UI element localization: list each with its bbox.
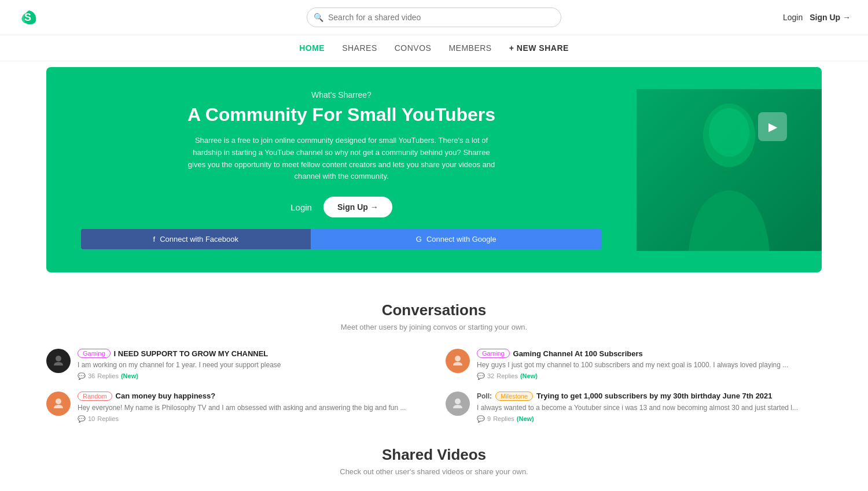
logo-area: S — [17, 6, 41, 29]
signup-button-header[interactable]: Sign Up → — [810, 13, 851, 22]
convo-replies: 💬 32 Replies (New) — [477, 372, 788, 380]
chat-icon: 💬 — [78, 415, 86, 423]
convo-preview: Hey guys I just got my channel to 100 su… — [477, 360, 788, 370]
hero-actions: Login Sign Up → — [81, 197, 602, 217]
conversations-section: Conversations Meet other users by joinin… — [0, 278, 868, 446]
svg-point-3 — [709, 108, 749, 157]
hero-social-buttons: f Connect with Facebook G Connect with G… — [81, 229, 602, 249]
conversations-subtitle: Meet other users by joining convos or st… — [46, 323, 822, 331]
convo-title: Random Can money buy happiness? — [78, 392, 406, 401]
nav-item-home[interactable]: HOME — [299, 43, 325, 53]
nav-item-members[interactable]: MEMBERS — [448, 43, 491, 53]
convo-item: Gaming Gaming Channel At 100 Subscribers… — [446, 349, 822, 380]
header-auth: Login Sign Up → — [783, 13, 851, 22]
convo-replies: 💬 10 Replies — [78, 415, 406, 423]
convo-item: Poll: Milestone Trying to get 1,000 subs… — [446, 392, 822, 423]
convo-preview: I always wanted to a become a Youtuber s… — [477, 403, 798, 413]
hero-play-button[interactable]: ▶ — [758, 112, 787, 141]
logo-icon: S — [17, 6, 41, 29]
hero-signup-button[interactable]: Sign Up → — [323, 197, 392, 217]
main-nav: HOME SHARES CONVOS MEMBERS + NEW SHARE — [0, 35, 868, 61]
convo-tag: Gaming — [477, 349, 510, 358]
search-bar-container: 🔍 — [307, 8, 561, 27]
convo-tag: Gaming — [78, 349, 111, 358]
new-badge: (New) — [520, 372, 538, 379]
login-link[interactable]: Login — [783, 13, 803, 22]
hero-image: ▶ — [637, 89, 822, 251]
hero-person-image — [637, 89, 822, 251]
hero-content: What's Sharree? A Community For Small Yo… — [46, 67, 637, 272]
conversations-grid: Gaming I NEED SUPPORT TO GROW MY CHANNEL… — [46, 349, 822, 423]
svg-point-7 — [455, 398, 461, 404]
convo-body: Gaming I NEED SUPPORT TO GROW MY CHANNEL… — [78, 349, 281, 380]
convo-item: Random Can money buy happiness? Hey ever… — [46, 392, 422, 423]
nav-item-convos[interactable]: CONVOS — [395, 43, 432, 53]
svg-text:S: S — [24, 12, 31, 23]
svg-point-4 — [56, 356, 61, 361]
google-connect-button[interactable]: G Connect with Google — [311, 229, 602, 249]
convo-body: Poll: Milestone Trying to get 1,000 subs… — [477, 392, 798, 423]
convo-title: Gaming I NEED SUPPORT TO GROW MY CHANNEL — [78, 349, 281, 358]
facebook-connect-button[interactable]: f Connect with Facebook — [81, 229, 311, 249]
svg-point-5 — [455, 356, 461, 361]
user-icon — [451, 354, 465, 368]
chat-icon: 💬 — [477, 372, 485, 380]
avatar — [446, 349, 470, 373]
convo-tag: Random — [78, 392, 112, 401]
hero-login-link[interactable]: Login — [290, 202, 312, 212]
nav-item-shares[interactable]: SHARES — [342, 43, 377, 53]
chat-icon: 💬 — [78, 372, 86, 380]
hero-banner: What's Sharree? A Community For Small Yo… — [46, 67, 822, 272]
convo-preview: Hey everyone! My name is Philosophy TV a… — [78, 403, 406, 413]
nav-item-new-share[interactable]: + NEW SHARE — [509, 43, 569, 53]
search-icon: 🔍 — [314, 13, 323, 22]
new-badge: (New) — [517, 415, 534, 422]
convo-tag: Milestone — [495, 392, 533, 401]
convo-title: Gaming Gaming Channel At 100 Subscribers — [477, 349, 788, 358]
avatar — [46, 349, 71, 373]
search-input[interactable] — [307, 8, 561, 27]
google-icon: G — [416, 235, 422, 243]
convo-title: Poll: Milestone Trying to get 1,000 subs… — [477, 392, 798, 401]
conversations-title: Conversations — [46, 301, 822, 319]
chat-icon: 💬 — [477, 415, 485, 423]
shared-videos-section: Shared Videos Check out other user's sha… — [0, 446, 868, 491]
avatar — [446, 392, 470, 416]
hero-what-is: What's Sharree? — [81, 90, 602, 99]
hero-title: A Community For Small YouTubers — [81, 104, 602, 125]
new-badge: (New) — [121, 372, 138, 379]
facebook-icon: f — [153, 235, 156, 243]
user-icon — [52, 397, 65, 411]
convo-preview: I am working on my channel for 1 year. I… — [78, 360, 281, 370]
user-icon — [52, 354, 65, 368]
svg-point-6 — [56, 398, 61, 404]
convo-body: Random Can money buy happiness? Hey ever… — [78, 392, 406, 423]
convo-replies: 💬 36 Replies (New) — [78, 372, 281, 380]
convo-item: Gaming I NEED SUPPORT TO GROW MY CHANNEL… — [46, 349, 422, 380]
avatar — [46, 392, 71, 416]
convo-body: Gaming Gaming Channel At 100 Subscribers… — [477, 349, 788, 380]
shared-videos-subtitle: Check out other user's shared videos or … — [46, 467, 822, 476]
shared-videos-title: Shared Videos — [46, 446, 822, 464]
header: S 🔍 Login Sign Up → — [0, 0, 868, 35]
hero-description: Sharree is a free to join online communi… — [185, 135, 498, 183]
convo-replies: 💬 9 Replies (New) — [477, 415, 798, 423]
user-icon — [451, 397, 465, 411]
